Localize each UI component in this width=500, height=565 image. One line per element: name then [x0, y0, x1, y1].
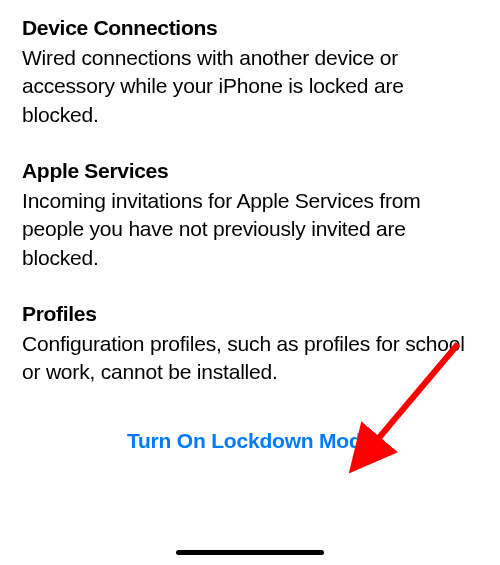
section-apple-services: Apple Services Incoming invitations for …: [22, 159, 478, 272]
section-body: Wired connections with another device or…: [22, 44, 478, 129]
home-indicator[interactable]: [176, 550, 324, 555]
section-body: Incoming invitations for Apple Services …: [22, 187, 478, 272]
turn-on-lockdown-button[interactable]: Turn On Lockdown Mode: [22, 429, 478, 453]
settings-content: Device Connections Wired connections wit…: [0, 0, 500, 453]
section-title: Profiles: [22, 302, 478, 326]
section-title: Device Connections: [22, 16, 478, 40]
section-body: Configuration profiles, such as profiles…: [22, 330, 478, 387]
section-title: Apple Services: [22, 159, 478, 183]
section-device-connections: Device Connections Wired connections wit…: [22, 16, 478, 129]
section-profiles: Profiles Configuration profiles, such as…: [22, 302, 478, 387]
